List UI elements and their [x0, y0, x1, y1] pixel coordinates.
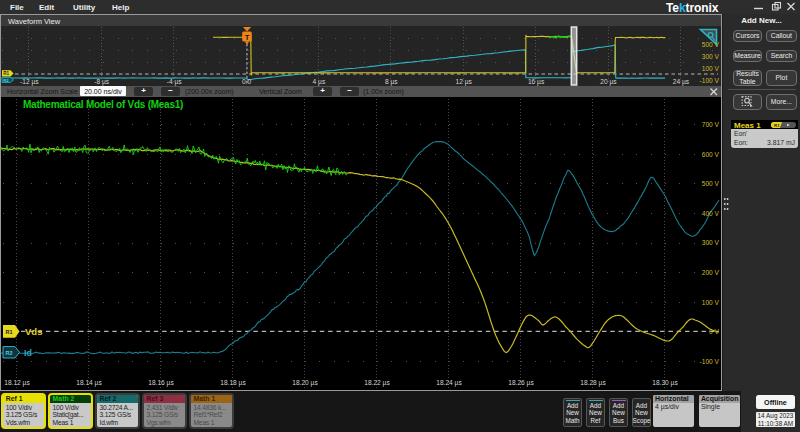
- svg-text:R1: R1: [774, 123, 780, 128]
